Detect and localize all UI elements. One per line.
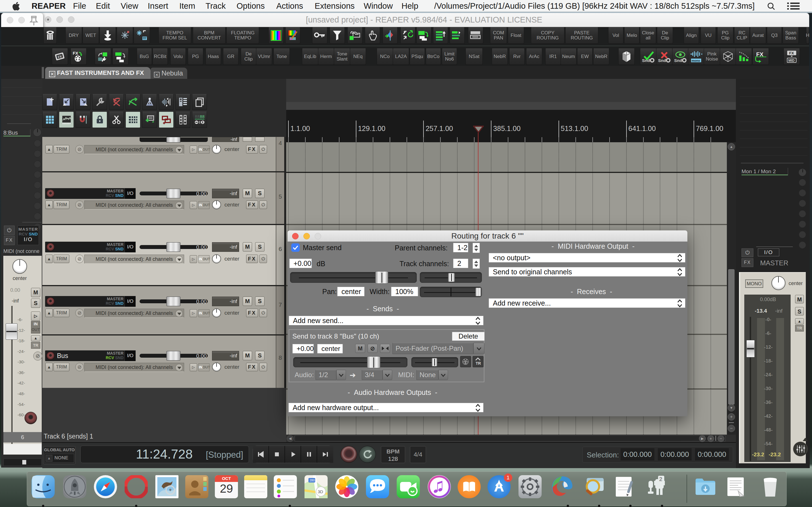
svg-text:mono: mono xyxy=(692,59,700,62)
svg-text:Snd: Snd xyxy=(658,58,666,63)
svg-text:2: 2 xyxy=(659,476,662,482)
svg-text:FX: FX xyxy=(73,51,78,55)
svg-text:Snd: Snd xyxy=(674,58,682,63)
svg-text:88: 88 xyxy=(200,115,205,119)
svg-text:MID: MID xyxy=(788,59,795,62)
svg-text:3D: 3D xyxy=(318,489,323,494)
svg-text:FX: FX xyxy=(789,51,794,55)
svg-text:TR: TR xyxy=(476,361,481,365)
svg-text:FX: FX xyxy=(756,51,763,57)
svg-text:280: 280 xyxy=(310,478,315,482)
svg-text:Snd: Snd xyxy=(642,58,650,63)
